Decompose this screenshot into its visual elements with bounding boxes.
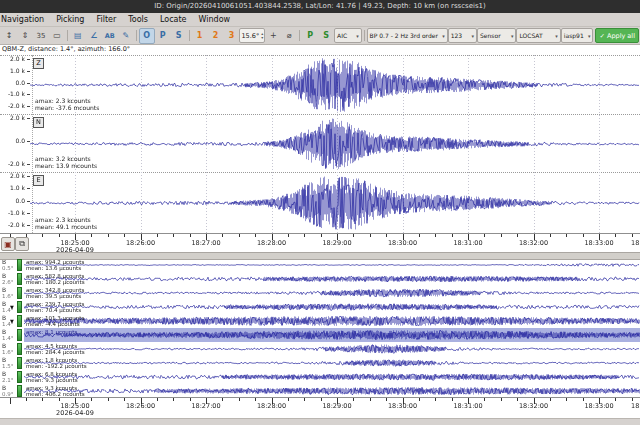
overview-trace-row[interactable] [0,328,640,342]
trace-amax-label: amax: 2.3 kcounts [35,216,91,223]
bottom-axis-tick-label: 18:27:00 [191,402,220,410]
amplitude-tick [27,176,30,177]
offset-button[interactable]: ▭ [49,28,65,44]
pick-o-icon: O [143,31,150,40]
sensor-dropdown[interactable]: Sensor▾ [477,28,516,43]
trace-mean-label: mean: -37.6 mcounts [35,104,99,111]
component-box-n: N [33,117,44,128]
bottom-axis-tick-label: 18:33:00 [584,402,613,410]
amplitude-tick [27,213,30,214]
picker-panel-bottom-border [0,233,640,234]
amplitude-tick-label: -2.0 k [0,102,25,109]
overview-trace-row[interactable] [0,286,640,300]
ruler-button[interactable]: ▤ [70,28,86,44]
marker-tool-button[interactable]: ▣ [1,237,15,251]
ruler-icon: ▤ [74,31,82,40]
bottom-axis-tick-label: 18:29:00 [322,402,351,410]
amplitude-tick-label: 0.0 [0,79,25,86]
menu-item-filter[interactable]: Filter [90,15,122,24]
overview-trace-row[interactable] [0,342,640,356]
toolbar-separator [136,30,137,41]
overview-trace-row[interactable] [0,300,640,314]
check-icon: ✓ [599,32,604,40]
uncertainty-1-button[interactable]: 1 [191,28,207,44]
picker-traces-canvas[interactable] [30,55,640,234]
locator-dropdown[interactable]: LOCSAT▾ [516,28,560,43]
menu-item-picking[interactable]: Picking [50,15,90,24]
apply-all-button[interactable]: ✓Apply all [595,28,638,43]
components-value: 123 [451,32,462,39]
pick-p-button[interactable]: P [155,28,171,44]
plus-icon: + [270,31,277,40]
menu-item-window[interactable]: Window [193,15,237,24]
fit-view-button[interactable]: ⧉ [15,237,29,251]
uncertainty-2-button[interactable]: 2 [207,28,223,44]
overview-trace-row[interactable] [0,356,640,370]
ab-text-icon: AB [105,32,115,40]
digit-2-icon: 2 [213,31,219,40]
overview-trace-row[interactable] [0,384,640,398]
selected-station-header: QBM-Z, distance: 1.4°, azimuth: 166.0° [2,45,130,53]
trace-amax-label: amax: 2.3 kcounts [35,97,91,104]
bottom-axis-tick-label: 18:30:00 [388,402,417,410]
time-scale-button[interactable]: ⇕ [17,28,33,44]
overview-trace-row[interactable] [0,314,640,328]
earth-model-dropdown[interactable]: iasp91▾ [561,28,594,43]
pick-s-icon: S [176,31,182,40]
menu-item-tools[interactable]: Tools [122,15,154,24]
status-strip [0,418,640,425]
spin-steppers[interactable]: ▴▾ [261,32,263,40]
bottom-axis-tick-label: 18:32:00 [519,402,548,410]
auto-pick-s-button[interactable]: S [318,28,334,44]
chevron-down-icon: ▾ [354,33,359,39]
pencil-icon: ✎ [122,31,129,40]
menu-item-locate[interactable]: Locate [154,15,193,24]
amplitude-tick [27,106,30,107]
edit-pick-button[interactable]: ✎ [118,28,134,44]
chevron-down-icon: ▾ [586,33,591,39]
window-length-button[interactable]: 35 [33,28,49,44]
top-axis-tick-label: 18:29:00 [322,239,351,247]
green-s-icon: S [323,31,329,40]
bottom-axis-tick-label: 18:28:00 [257,402,286,410]
pick-other-button[interactable]: O [139,28,155,44]
rotation-spinbox[interactable]: 15.6° ▴▾ [239,28,265,43]
uncertainty-3-button[interactable]: 3 [223,28,239,44]
locator-value: LOCSAT [519,32,542,39]
bottom-axis-date-label: 2026-04-09 [56,409,94,417]
red-marker-icon: ▣ [4,240,12,249]
amplitude-tick [27,94,30,95]
earth-model-value: iasp91 [564,32,584,39]
amplitude-tick [27,188,30,189]
overview-trace-row[interactable] [0,258,640,272]
amplitude-scale-button[interactable]: ↕ [1,28,17,44]
annotation-button[interactable]: AB [102,28,118,44]
picker-algorithm-dropdown[interactable]: AIC▾ [334,28,362,43]
components-dropdown[interactable]: 123▾ [448,28,477,43]
component-box-e: E [33,175,44,186]
apply-all-label: Apply all [607,32,635,40]
amplitude-tick-label: 0.0 [0,137,25,144]
top-axis-partial-tick-label: 18:3 [631,239,640,247]
pick-s-button[interactable]: S [171,28,187,44]
overview-trace-row[interactable] [0,272,640,286]
trace-mean-label: mean: 13.9 mcounts [35,162,97,169]
amplitude-tick-label: 1.0 k [0,67,25,74]
angle-button[interactable]: ∠ [86,28,102,44]
menu-item-navigation[interactable]: Navigation [0,15,50,24]
auto-pick-p-button[interactable]: P [302,28,318,44]
picker-algorithm-value: AIC [337,32,347,39]
disable-button[interactable]: ⌀ [281,28,297,44]
toolbar-separator [67,30,68,41]
amplitude-tick-label: -2.0 k [0,160,25,167]
amplitude-tick-label: 2.0 k [0,55,25,62]
overview-trace-row[interactable] [0,370,640,384]
amplitude-tick-label: 2.0 k [0,114,25,121]
top-axis-tick-label: 18:31:00 [453,239,482,247]
protractor-icon: ∠ [90,31,97,40]
filter-dropdown[interactable]: BP 0.7 - 2 Hz 3rd order▾ [367,28,448,43]
add-station-button[interactable]: + [265,28,281,44]
picker-window: ID: Origin/20260410061051.403844.2538, L… [0,0,640,425]
amplitude-tick-label: -2.0 k [0,221,25,228]
null-circle-icon: ⌀ [287,31,292,40]
